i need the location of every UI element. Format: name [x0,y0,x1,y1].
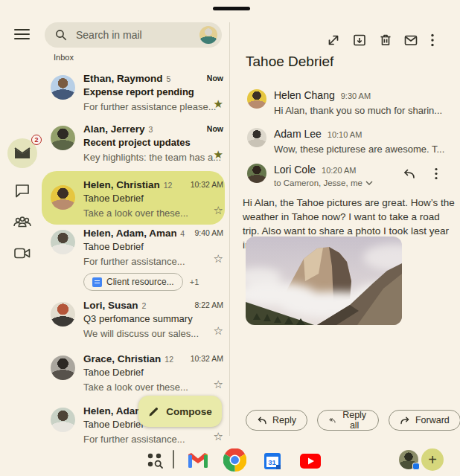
email-count: 5 [167,74,171,83]
email-sender: Helen, Christian [83,179,160,190]
forward-button[interactable]: Forward [389,410,460,431]
email-row-selected[interactable]: Helen, Christian1210:32 AM Tahoe Debrief… [42,171,225,225]
star-icon[interactable]: ☆ [214,431,223,442]
archive-icon[interactable] [352,33,367,48]
gesture-handle[interactable] [213,7,250,10]
email-time: 10:32 AM [191,354,223,363]
reply-all-button[interactable]: Reply all [317,410,379,431]
email-sender: Lori, Susan [83,300,138,311]
message-sender: Lori Cole [274,164,316,176]
email-subject: Expense report pending [83,86,225,97]
sidebar-item-mail[interactable]: 2 [7,138,37,168]
star-icon[interactable]: ☆ [214,325,223,336]
gmail-app-icon[interactable] [188,453,208,468]
reply-icon [257,415,267,425]
message-collapsed[interactable]: Adam Lee10:10 AM Wow, these picturese ar… [247,128,444,155]
thread-subject: Tahoe Debrief [246,54,333,70]
message-recipients: to Cameron, Jesse, me [274,178,362,187]
message-snippet: Hi Alan, thank you so much for sharin... [274,105,442,116]
gmail-tablet-screen: Search in mail Inbox 2 Ethan, Raymond5No… [0,0,460,476]
message-time: 10:20 AM [322,166,356,175]
email-subject: Tahoe Debrief [83,241,225,252]
avatar [51,356,75,380]
email-count: 12 [164,181,173,190]
star-icon[interactable]: ★ [214,98,223,109]
email-time: 9:40 AM [194,228,223,237]
reply-icon[interactable] [402,167,416,181]
message-collapsed[interactable]: Helen Chang9:30 AM Hi Alan, thank you so… [247,89,442,116]
avatar [247,89,266,109]
avatar [51,302,75,327]
sidebar-item-meet[interactable] [7,238,37,268]
mail-icon [14,147,31,160]
search-input[interactable]: Search in mail [45,22,222,48]
attachment-more-count: +1 [190,277,199,286]
sidebar-item-spaces[interactable] [7,207,37,237]
email-time: 10:32 AM [191,180,223,189]
forward-icon [400,415,410,425]
email-row[interactable]: Helen, Adam, Amanda49:40 AM Tahoe Debrie… [42,228,225,291]
avatar [247,164,266,183]
email-count: 12 [164,355,173,364]
chrome-app-icon[interactable] [223,448,246,472]
search-icon [55,29,67,41]
unread-badge: 2 [31,135,42,145]
message-time: 10:10 AM [328,130,362,139]
email-subject: Tahoe Debrief [83,193,225,204]
open-in-full-icon[interactable] [326,33,341,48]
yosemite-image [246,237,402,325]
taskbar-profile-avatar[interactable] [399,450,418,469]
email-row[interactable]: Ethan, Raymond5Now Expense report pendin… [42,73,225,113]
email-subject: Recent project updates [83,137,225,148]
email-row[interactable]: Lori, Susan28:22 AM Q3 perfomance summar… [42,300,225,340]
menu-icon[interactable] [14,29,30,39]
mail-unread-icon[interactable] [403,33,418,48]
notification-badge [412,463,420,470]
email-snippet: We will discuss our sales... [83,328,199,339]
avatar [51,230,75,254]
email-count: 4 [180,229,185,238]
inbox-section-label: Inbox [54,53,74,62]
app-search-icon[interactable] [146,451,164,469]
calendar-app-icon[interactable]: 31 [264,453,281,469]
email-row[interactable]: Alan, Jerrery3Now Recent project updates… [42,123,225,164]
email-row[interactable]: Grace, Christian1210:32 AM Tahoe Debrief… [42,353,225,393]
search-placeholder: Search in mail [76,29,199,41]
email-subject: Tahoe Debrief [83,367,225,378]
photo-attachment[interactable] [246,237,402,325]
star-icon[interactable]: ☆ [214,205,223,216]
reply-all-icon [328,415,336,425]
avatar [51,185,75,210]
reply-button[interactable]: Reply [246,410,307,431]
email-snippet: Take a look over these... [83,382,188,393]
message-snippet: Wow, these picturese are awesome. T... [274,144,444,155]
email-sender: Ethan, Raymond [83,73,163,84]
new-window-button[interactable]: + [421,448,444,471]
svg-text:31: 31 [268,458,276,466]
avatar [51,75,75,100]
message-expanded-header[interactable]: Lori Cole10:20 AM to Cameron, Jesse, me [247,164,373,187]
profile-avatar[interactable] [199,26,217,44]
avatar [51,126,75,150]
pane-divider [229,22,230,436]
youtube-app-icon[interactable] [300,454,321,469]
video-icon [14,248,31,259]
more-vert-icon[interactable] [434,167,438,181]
email-time: 8:22 AM [194,300,223,309]
star-icon[interactable]: ☆ [214,253,223,264]
delete-icon[interactable] [378,33,393,48]
attachment-chip[interactable]: Client resource... [83,273,183,291]
star-icon[interactable]: ☆ [214,379,223,390]
more-vert-icon[interactable] [430,33,435,48]
attachment-name: Client resource... [106,277,174,287]
star-icon[interactable]: ★ [214,149,223,160]
email-snippet: Key highlights: the team has a... [83,152,221,163]
sidebar-item-chat[interactable] [7,176,37,205]
chevron-down-icon[interactable] [365,181,373,185]
chat-icon [15,184,30,198]
docs-icon [92,277,102,287]
email-count: 3 [149,125,153,134]
email-subject: Q3 perfomance summary [83,313,225,324]
avatar [247,128,266,147]
compose-button[interactable]: Compose [138,396,222,427]
